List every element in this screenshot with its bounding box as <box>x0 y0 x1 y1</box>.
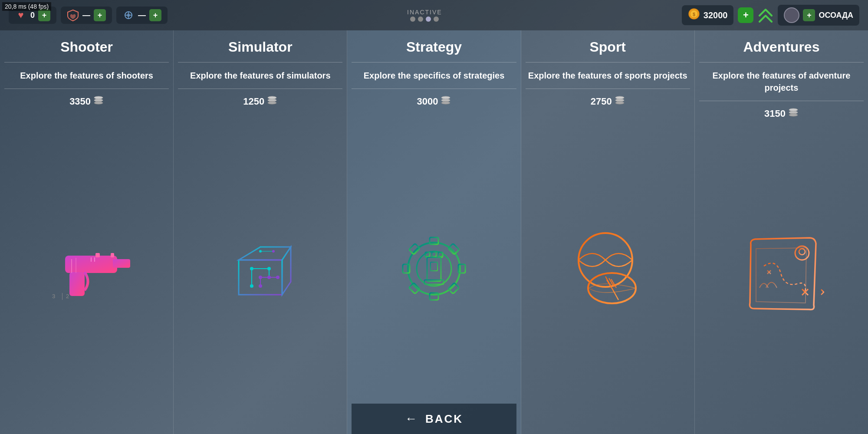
category-shooter[interactable]: Shooter Explore the features of shooters… <box>0 30 174 434</box>
svg-rect-16 <box>111 253 114 257</box>
svg-point-45 <box>441 102 450 104</box>
svg-point-76 <box>789 114 798 116</box>
sport-price: 2750 <box>526 96 690 107</box>
sport-desc: Explore the features of sports projects <box>526 69 690 89</box>
add-shield-button[interactable]: + <box>94 9 106 21</box>
svg-point-23 <box>268 99 276 102</box>
coin-stack-icon-5 <box>788 108 799 119</box>
coin-stack-icon-4 <box>615 96 625 107</box>
strategy-title: Strategy <box>352 39 516 62</box>
svg-text:$: $ <box>693 12 695 17</box>
adventure-icon <box>699 124 864 425</box>
svg-point-39 <box>276 276 279 279</box>
gem-block: — + <box>116 7 168 24</box>
adventure-price: 3150 <box>699 108 864 119</box>
svg-point-7 <box>94 96 103 99</box>
adventure-title: Adventures <box>699 39 864 62</box>
back-label: BACK <box>425 412 463 426</box>
coin-stack-icon-2 <box>267 96 277 107</box>
user-block: + ОСОАДА <box>778 5 859 26</box>
back-button[interactable]: ← BACK <box>352 404 516 434</box>
svg-point-42 <box>272 250 275 253</box>
shield-value: — <box>82 11 90 20</box>
sport-title: Sport <box>526 39 690 62</box>
avatar <box>784 7 799 23</box>
svg-point-41 <box>259 250 262 253</box>
svg-rect-12 <box>69 272 85 296</box>
dot-1 <box>410 16 415 22</box>
category-strategy[interactable]: Strategy Explore the specifics of strate… <box>347 30 521 434</box>
hud-center: INACTIVE <box>407 9 442 22</box>
dot-3 <box>426 16 431 22</box>
shooter-icon: 3 │ 2 <box>4 112 169 425</box>
gem-icon <box>122 9 135 21</box>
svg-text:2: 2 <box>66 293 69 299</box>
strategy-icon <box>352 112 516 425</box>
sport-icon <box>526 112 690 425</box>
svg-rect-62 <box>431 262 437 271</box>
svg-point-38 <box>250 284 253 288</box>
gem-value: — <box>138 11 146 20</box>
svg-point-74 <box>789 108 798 111</box>
svg-point-82 <box>799 249 805 255</box>
rank-up-icon <box>758 3 773 27</box>
strategy-price: 3000 <box>352 96 516 107</box>
svg-point-34 <box>267 267 271 270</box>
user-add-button[interactable]: + <box>803 9 815 21</box>
svg-rect-58 <box>432 252 436 256</box>
svg-point-65 <box>615 102 624 104</box>
svg-point-37 <box>259 284 262 288</box>
dot-4 <box>434 16 439 22</box>
category-simulator[interactable]: Simulator Explore the features of simula… <box>174 30 347 434</box>
svg-point-75 <box>789 111 798 114</box>
shooter-desc: Explore the features of shooters <box>4 69 169 89</box>
svg-point-33 <box>250 267 253 270</box>
svg-point-22 <box>268 96 276 99</box>
add-health-button[interactable]: + <box>38 9 50 21</box>
svg-point-8 <box>94 99 103 102</box>
svg-point-36 <box>259 276 262 279</box>
svg-point-44 <box>441 99 450 102</box>
shooter-price: 3350 <box>4 96 169 107</box>
svg-text:│: │ <box>61 293 64 300</box>
svg-point-63 <box>615 96 624 99</box>
coin-stack-icon-3 <box>441 96 451 107</box>
hud-bar: ♥ 0 + — + <box>0 0 868 30</box>
svg-point-24 <box>268 102 276 104</box>
coin-value: 32000 <box>704 10 728 20</box>
coin-icon: $ <box>688 8 700 23</box>
svg-point-43 <box>441 96 450 99</box>
svg-marker-27 <box>282 247 291 295</box>
hud-right: $ 32000 + + ОСОАДА <box>682 3 859 27</box>
svg-rect-11 <box>113 259 130 268</box>
simulator-desc: Explore the features of simulators <box>178 69 342 89</box>
category-sport[interactable]: Sport Explore the features of sports pro… <box>521 30 695 434</box>
simulator-title: Simulator <box>178 39 342 62</box>
add-gem-button[interactable]: + <box>149 9 161 21</box>
adventure-desc: Explore the features of adventure projec… <box>699 69 864 101</box>
svg-point-64 <box>615 99 624 102</box>
shield-block: — + <box>61 7 112 24</box>
health-value: 0 <box>30 11 35 20</box>
inactive-label: INACTIVE <box>407 9 442 16</box>
coin-block: $ 32000 <box>682 5 734 25</box>
shooter-title: Shooter <box>4 39 169 62</box>
coin-stack-icon <box>93 96 104 107</box>
back-arrow-icon: ← <box>405 412 418 426</box>
username: ОСОАДА <box>819 11 853 20</box>
dot-2 <box>418 16 423 22</box>
shield-icon <box>67 9 79 21</box>
svg-text:3: 3 <box>52 293 55 299</box>
svg-point-46 <box>408 243 460 295</box>
heart-icon: ♥ <box>15 9 27 21</box>
fps-counter: 20,8 ms (48 fps) <box>2 2 51 11</box>
add-coins-button[interactable]: + <box>738 7 753 23</box>
simulator-icon <box>178 112 342 425</box>
svg-rect-60 <box>427 257 441 281</box>
strategy-desc: Explore the specifics of strategies <box>352 69 516 89</box>
svg-point-35 <box>267 276 271 279</box>
simulator-price: 1250 <box>178 96 342 107</box>
svg-point-9 <box>94 102 103 104</box>
category-adventure[interactable]: Adventures Explore the features of adven… <box>695 30 868 434</box>
back-button-container: ← BACK <box>352 404 516 434</box>
